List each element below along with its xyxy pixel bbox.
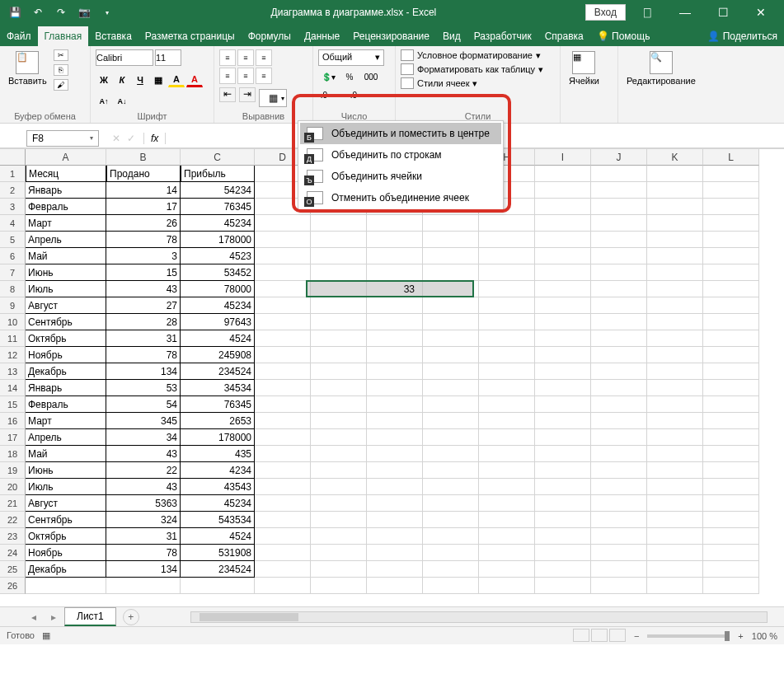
- cell-G13[interactable]: [423, 363, 479, 380]
- merge-and-center-item[interactable]: Б Объединить и поместить в центре: [300, 123, 501, 144]
- cell-K26[interactable]: [647, 578, 703, 594]
- cell-G25[interactable]: [423, 561, 479, 578]
- cell-J10[interactable]: [591, 314, 647, 330]
- cell-F7[interactable]: [367, 264, 423, 281]
- cell-B8[interactable]: 43: [106, 281, 181, 297]
- cell-J16[interactable]: [591, 413, 647, 429]
- cell-J24[interactable]: [591, 545, 647, 561]
- row-header-17[interactable]: 17: [0, 429, 26, 446]
- cell-C1[interactable]: Прибыль: [181, 166, 255, 182]
- row-header-25[interactable]: 25: [0, 561, 26, 578]
- cell-G14[interactable]: [423, 380, 479, 396]
- cell-J22[interactable]: [591, 512, 647, 528]
- cell-L3[interactable]: [703, 199, 759, 215]
- cell-D18[interactable]: [255, 446, 311, 462]
- col-header-K[interactable]: K: [647, 149, 703, 166]
- cell-E12[interactable]: [311, 347, 367, 363]
- cell-C10[interactable]: 97643: [181, 314, 255, 330]
- enter-icon[interactable]: ✓: [127, 133, 135, 144]
- cell-F6[interactable]: [367, 248, 423, 264]
- cell-G20[interactable]: [423, 479, 479, 495]
- cell-I21[interactable]: [535, 495, 591, 512]
- cell-L7[interactable]: [703, 264, 759, 281]
- cell-L19[interactable]: [703, 462, 759, 479]
- cell-K15[interactable]: [647, 396, 703, 413]
- tab-developer[interactable]: Разработчик: [467, 26, 538, 46]
- percent-icon[interactable]: %: [340, 69, 359, 84]
- cell-K23[interactable]: [647, 528, 703, 545]
- cell-J1[interactable]: [591, 166, 647, 182]
- cell-G26[interactable]: [423, 578, 479, 594]
- number-format-combo[interactable]: Общий▾: [318, 49, 384, 66]
- row-header-20[interactable]: 20: [0, 479, 26, 495]
- cut-icon[interactable]: ✂: [54, 49, 68, 61]
- cancel-icon[interactable]: ✕: [112, 133, 120, 144]
- cell-F26[interactable]: [367, 578, 423, 594]
- cell-E6[interactable]: [311, 248, 367, 264]
- cell-A11[interactable]: Октябрь: [26, 330, 106, 347]
- cell-I13[interactable]: [535, 363, 591, 380]
- sheet-nav-next[interactable]: ▸: [45, 611, 63, 623]
- cell-F17[interactable]: [367, 429, 423, 446]
- cell-K6[interactable]: [647, 248, 703, 264]
- row-header-2[interactable]: 2: [0, 182, 26, 199]
- unmerge-item[interactable]: О Отменить объединение ячеек: [300, 187, 501, 208]
- cell-C11[interactable]: 4524: [181, 330, 255, 347]
- cell-K20[interactable]: [647, 479, 703, 495]
- cell-G8[interactable]: [423, 281, 479, 297]
- cell-L5[interactable]: [703, 232, 759, 248]
- cell-L23[interactable]: [703, 528, 759, 545]
- row-header-6[interactable]: 6: [0, 248, 26, 264]
- row-header-11[interactable]: 11: [0, 330, 26, 347]
- zoom-slider[interactable]: [647, 634, 730, 638]
- cell-K4[interactable]: [647, 215, 703, 232]
- cell-H9[interactable]: [479, 297, 535, 314]
- cell-K5[interactable]: [647, 232, 703, 248]
- cell-A8[interactable]: Июль: [26, 281, 106, 297]
- cell-D14[interactable]: [255, 380, 311, 396]
- cell-L14[interactable]: [703, 380, 759, 396]
- tab-data[interactable]: Данные: [298, 26, 346, 46]
- font-size-input[interactable]: [155, 49, 181, 66]
- cell-E26[interactable]: [311, 578, 367, 594]
- cell-D8[interactable]: [255, 281, 311, 297]
- cell-L26[interactable]: [703, 578, 759, 594]
- cell-K1[interactable]: [647, 166, 703, 182]
- currency-icon[interactable]: 💲▾: [318, 69, 338, 84]
- cell-J20[interactable]: [591, 479, 647, 495]
- cell-D16[interactable]: [255, 413, 311, 429]
- cell-H7[interactable]: [479, 264, 535, 281]
- cell-I2[interactable]: [535, 182, 591, 199]
- row-header-24[interactable]: 24: [0, 545, 26, 561]
- cell-C7[interactable]: 53452: [181, 264, 255, 281]
- cell-C25[interactable]: 234524: [181, 561, 255, 578]
- cell-D6[interactable]: [255, 248, 311, 264]
- cell-H11[interactable]: [479, 330, 535, 347]
- cell-L10[interactable]: [703, 314, 759, 330]
- cell-G16[interactable]: [423, 413, 479, 429]
- cell-E11[interactable]: [311, 330, 367, 347]
- cell-G9[interactable]: [423, 297, 479, 314]
- cell-G7[interactable]: [423, 264, 479, 281]
- row-header-16[interactable]: 16: [0, 413, 26, 429]
- cell-F24[interactable]: [367, 545, 423, 561]
- cell-I24[interactable]: [535, 545, 591, 561]
- merged-cell-e8[interactable]: 33: [306, 281, 418, 297]
- cell-H6[interactable]: [479, 248, 535, 264]
- cell-K19[interactable]: [647, 462, 703, 479]
- underline-button[interactable]: Ч: [132, 73, 148, 87]
- cell-D4[interactable]: [255, 215, 311, 232]
- redo-icon[interactable]: ↷: [54, 6, 68, 19]
- font-color-button[interactable]: A: [186, 73, 203, 87]
- fill-color-button[interactable]: A: [168, 73, 185, 87]
- cell-I5[interactable]: [535, 232, 591, 248]
- cell-G17[interactable]: [423, 429, 479, 446]
- cell-B12[interactable]: 78: [106, 347, 181, 363]
- cell-J23[interactable]: [591, 528, 647, 545]
- cell-D20[interactable]: [255, 479, 311, 495]
- cell-I12[interactable]: [535, 347, 591, 363]
- cell-E16[interactable]: [311, 413, 367, 429]
- cell-C5[interactable]: 178000: [181, 232, 255, 248]
- cell-J11[interactable]: [591, 330, 647, 347]
- cell-C6[interactable]: 4523: [181, 248, 255, 264]
